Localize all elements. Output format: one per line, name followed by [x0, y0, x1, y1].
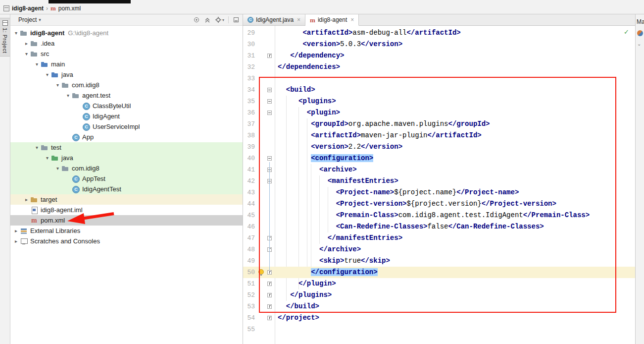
code-line-42[interactable]: 42 <manifestEntries>: [243, 175, 635, 187]
code-line-41[interactable]: 41 <archive>: [243, 164, 635, 175]
code-text[interactable]: <artifactId>maven-jar-plugin</artifactId…: [275, 130, 635, 141]
code-text[interactable]: <Premain-Class>com.idig8.agent.test.Idig…: [275, 210, 635, 221]
code-text[interactable]: <artifactId>asm-debug-all</artifactId>: [275, 27, 635, 39]
code-line-54[interactable]: 54</project>: [243, 312, 635, 324]
tree-expanded-chevron-icon[interactable]: ▾: [12, 30, 20, 36]
fold-end-marker[interactable]: [267, 293, 272, 297]
tree-item-app[interactable]: App: [10, 132, 243, 142]
code-line-45[interactable]: 45 <Premain-Class>com.idig8.agent.test.I…: [243, 210, 635, 221]
tree-collapsed-chevron-icon[interactable]: ▸: [23, 41, 30, 46]
code-line-48[interactable]: 48 </archive>: [243, 244, 635, 255]
code-text[interactable]: <version>5.0.3</version>: [275, 39, 635, 50]
code-line-52[interactable]: 52 </plugins>: [243, 289, 635, 301]
gradle-maven-icon[interactable]: [637, 30, 643, 36]
code-text[interactable]: </dependency>: [275, 50, 635, 61]
tree-item-src[interactable]: ▾src: [10, 49, 243, 59]
tree-item-idig8-agent[interactable]: ▾idig8-agentG:\idig8-agent: [10, 28, 243, 38]
tree-item-idig8-agent-iml[interactable]: idig8-agent.iml: [10, 205, 243, 215]
code-line-47[interactable]: 47 </manifestEntries>: [243, 232, 635, 244]
close-icon[interactable]: ×: [297, 16, 300, 23]
tree-item-classbyteutil[interactable]: ClassByteUtil: [10, 101, 243, 111]
tree-expanded-chevron-icon[interactable]: ▾: [64, 93, 72, 98]
code-text[interactable]: <skip>true</skip>: [275, 255, 635, 267]
tree-expanded-chevron-icon[interactable]: ▾: [54, 166, 61, 171]
fold-start-marker[interactable]: [267, 88, 272, 92]
code-line-40[interactable]: 40 <configuration>: [243, 153, 635, 164]
tree-item-external-libraries[interactable]: ▸External Libraries: [10, 226, 243, 236]
tree-item--idea[interactable]: ▸.idea: [10, 38, 243, 49]
fold-end-marker[interactable]: [267, 304, 272, 309]
code-line-33[interactable]: 33: [243, 73, 635, 84]
code-line-43[interactable]: 43 <Project-name>${project.name}</Projec…: [243, 187, 635, 198]
close-icon[interactable]: ×: [350, 16, 354, 23]
tree-item-com-idig8[interactable]: ▾com.idig8: [10, 80, 243, 90]
code-text[interactable]: </plugin>: [275, 278, 635, 289]
tree-item-agent-test[interactable]: ▾agent.test: [10, 90, 243, 101]
tree-item-idigagenttest[interactable]: IdigAgentTest: [10, 184, 243, 194]
code-line-44[interactable]: 44 <Project-version>${project.version}</…: [243, 198, 635, 210]
locate-icon[interactable]: [193, 16, 200, 23]
tree-item-target[interactable]: ▸target: [10, 194, 243, 205]
panel-dropdown-icon[interactable]: ▾: [39, 17, 41, 22]
tree-expanded-chevron-icon[interactable]: ▾: [44, 72, 51, 77]
tree-item-test[interactable]: ▾test: [10, 142, 243, 153]
fold-start-marker[interactable]: [267, 111, 272, 115]
tree-item-apptest[interactable]: AppTest: [10, 173, 243, 184]
tree-item-java[interactable]: ▾java: [10, 69, 243, 80]
tree-expanded-chevron-icon[interactable]: ▾: [33, 61, 41, 67]
tree-expanded-chevron-icon[interactable]: ▾: [54, 82, 61, 88]
intention-bulb-icon[interactable]: [258, 269, 264, 275]
tree-item-com-idig8[interactable]: ▾com.idig8: [10, 163, 243, 173]
code-editor[interactable]: 29 <artifactId>asm-debug-all</artifactId…: [243, 26, 635, 344]
gear-icon[interactable]: ▾: [215, 16, 224, 23]
tree-expanded-chevron-icon[interactable]: ▾: [33, 145, 41, 150]
project-tool-window-button[interactable]: 1: Project: [0, 18, 10, 57]
hide-panel-icon[interactable]: [233, 16, 240, 23]
tree-expanded-chevron-icon[interactable]: ▾: [44, 155, 51, 161]
code-line-30[interactable]: 30 <version>5.0.3</version>: [243, 39, 635, 50]
fold-end-marker[interactable]: [267, 316, 272, 320]
code-line-39[interactable]: 39 <version>2.2</version>: [243, 141, 635, 153]
code-line-51[interactable]: 51 </plugin>: [243, 278, 635, 289]
code-text[interactable]: <build>: [275, 84, 635, 96]
tree-item-main[interactable]: ▾main: [10, 59, 243, 69]
code-line-55[interactable]: 55: [243, 324, 635, 335]
collapse-all-icon[interactable]: [204, 16, 211, 23]
fold-end-marker[interactable]: [267, 282, 272, 286]
code-line-32[interactable]: 32</dependencies>: [243, 61, 635, 73]
tree-item-pom-xml[interactable]: pom.xml: [10, 215, 243, 226]
code-text[interactable]: </configuration>: [275, 267, 635, 278]
fold-end-marker[interactable]: [267, 54, 272, 58]
code-line-29[interactable]: 29 <artifactId>asm-debug-all</artifactId…: [243, 27, 635, 39]
tree-expanded-chevron-icon[interactable]: ▾: [23, 51, 30, 57]
code-line-36[interactable]: 36 <plugin>: [243, 107, 635, 118]
code-text[interactable]: <plugins>: [275, 96, 635, 107]
code-text[interactable]: </archive>: [275, 244, 635, 255]
code-text[interactable]: </manifestEntries>: [275, 232, 635, 244]
tree-item-userserviceimpl[interactable]: UserServiceImpl: [10, 121, 243, 132]
tab-idigagent-java[interactable]: C IdigAgent.java ×: [243, 14, 305, 25]
fold-end-marker[interactable]: [267, 270, 272, 275]
code-text[interactable]: <archive>: [275, 164, 635, 175]
tree-item-idigagent[interactable]: IdigAgent: [10, 111, 243, 121]
code-text[interactable]: <configuration>: [275, 153, 635, 164]
code-text[interactable]: </build>: [275, 301, 635, 312]
maven-tool-window-button[interactable]: Ma: [637, 18, 644, 25]
code-text[interactable]: [275, 73, 635, 84]
project-panel-title[interactable]: Project: [18, 16, 37, 23]
fold-start-marker[interactable]: [267, 99, 272, 104]
tree-item-scratches-and-consoles[interactable]: ▸Scratches and Consoles: [10, 236, 243, 246]
fold-start-marker[interactable]: [267, 156, 272, 161]
code-text[interactable]: <manifestEntries>: [275, 175, 635, 187]
code-text[interactable]: <Project-version>${project.version}</Pro…: [275, 198, 635, 210]
chevron-down-icon[interactable]: ⌄: [637, 41, 641, 47]
code-line-49[interactable]: 49 <skip>true</skip>: [243, 255, 635, 267]
code-text[interactable]: <groupId>org.apache.maven.plugins</group…: [275, 118, 635, 130]
code-text[interactable]: [275, 324, 635, 335]
breadcrumb-file[interactable]: pom.xml: [58, 5, 81, 12]
code-line-50[interactable]: 50 </configuration>: [243, 267, 635, 278]
code-text[interactable]: <Project-name>${project.name}</Project-n…: [275, 187, 635, 198]
breadcrumb-project[interactable]: idig8-agent: [12, 5, 44, 12]
tree-collapsed-chevron-icon[interactable]: ▸: [12, 238, 20, 244]
code-text[interactable]: </project>: [275, 312, 635, 324]
